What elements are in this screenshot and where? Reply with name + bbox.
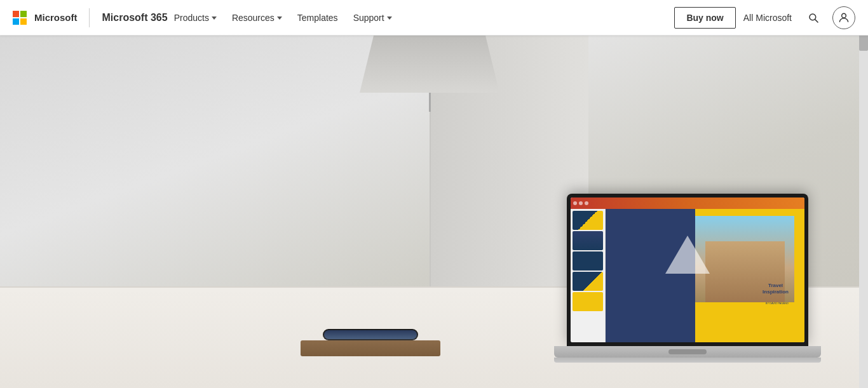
nav-resources-label: Resources	[232, 13, 275, 23]
svg-line-1	[815, 19, 818, 22]
nav-templates[interactable]: Templates	[291, 9, 344, 27]
svg-point-0	[810, 14, 816, 20]
slide-triangle	[665, 236, 710, 274]
laptop-base	[554, 346, 821, 358]
hero-section: Travel Inspiration BY DAVID PAGANO	[0, 36, 859, 388]
ms-logo-green	[20, 11, 27, 17]
laptop-screen-inner: Travel Inspiration BY DAVID PAGANO	[571, 197, 804, 342]
lamp-decoration	[360, 36, 499, 112]
microsoft-wordmark: Microsoft	[34, 12, 78, 23]
slide-subtitle: BY DAVID PAGANO	[766, 302, 789, 305]
user-icon	[837, 11, 850, 24]
slide-thumb-2[interactable]	[573, 231, 603, 250]
slide-thumb-5[interactable]	[573, 292, 603, 311]
nav-links: Products Resources Templates Support	[168, 9, 675, 27]
all-microsoft-label: All Microsoft	[743, 13, 792, 23]
navbar: Microsoft Microsoft 365 Products Resourc…	[0, 0, 868, 36]
ms-logo-blue	[13, 18, 19, 25]
ppt-toolbar-dots	[573, 201, 588, 205]
slide-thumb-4[interactable]	[573, 272, 603, 291]
slide-thumb-3[interactable]	[573, 251, 603, 271]
chevron-down-icon	[387, 17, 392, 20]
nav-support-label: Support	[353, 13, 384, 23]
ms-logo-red	[13, 11, 19, 17]
lamp-cord	[429, 93, 431, 112]
search-button[interactable]	[802, 6, 825, 29]
ppt-toolbar	[571, 197, 804, 209]
nav-support[interactable]: Support	[347, 9, 398, 27]
laptop-device: Travel Inspiration BY DAVID PAGANO	[567, 194, 808, 363]
desk-items	[301, 332, 440, 356]
slide-title-line1: Travel	[763, 283, 789, 289]
phone-device	[323, 329, 418, 340]
buy-now-button[interactable]: Buy now	[674, 7, 735, 29]
nav-products-label: Products	[174, 13, 209, 23]
search-icon	[808, 12, 819, 23]
slide-thumb-1[interactable]	[573, 211, 603, 230]
nav-resources[interactable]: Resources	[226, 9, 288, 27]
ppt-body: Travel Inspiration BY DAVID PAGANO	[571, 209, 804, 342]
all-microsoft-menu[interactable]: All Microsoft	[743, 13, 794, 23]
ppt-dot-2	[579, 201, 583, 205]
nav-templates-label: Templates	[297, 13, 338, 23]
chevron-down-icon	[277, 17, 282, 20]
product-name: Microsoft 365	[102, 12, 168, 23]
ppt-dot-3	[585, 201, 588, 205]
nav-right: Buy now All Microsoft	[674, 6, 855, 29]
lamp-shade	[360, 36, 499, 93]
laptop-screen: Travel Inspiration BY DAVID PAGANO	[567, 194, 808, 346]
nav-products[interactable]: Products	[168, 9, 223, 27]
ppt-dot-1	[573, 201, 577, 205]
slide-title-line2: Inspiration	[763, 289, 789, 295]
ppt-main-slide: Travel Inspiration BY DAVID PAGANO	[606, 209, 804, 342]
scrollbar-track[interactable]	[859, 0, 868, 388]
nav-divider	[89, 8, 90, 27]
profile-button[interactable]	[832, 6, 855, 29]
laptop-keyboard	[554, 358, 821, 363]
svg-point-2	[842, 13, 846, 18]
microsoft-logo-grid	[13, 11, 27, 25]
notebook-item	[301, 340, 440, 356]
slide-title: Travel Inspiration	[763, 283, 789, 296]
microsoft-logo-link[interactable]: Microsoft	[13, 11, 78, 25]
ppt-slides-panel	[571, 209, 606, 342]
chevron-down-icon	[212, 17, 217, 20]
ms-logo-yellow	[20, 18, 27, 25]
